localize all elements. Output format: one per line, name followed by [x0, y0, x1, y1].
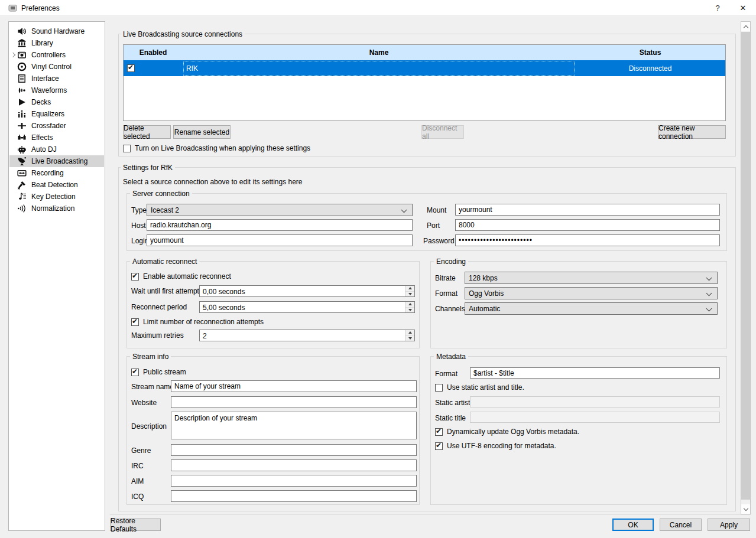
- limit-attempts-checkbox[interactable]: [131, 318, 139, 326]
- website-label: Website: [131, 399, 157, 407]
- password-label: Password: [423, 237, 455, 245]
- public-stream-checkbox[interactable]: [131, 369, 139, 376]
- scroll-down-icon[interactable]: [741, 504, 750, 514]
- sidebar-item-controllers[interactable]: Controllers: [9, 49, 104, 61]
- cassette-icon: [17, 168, 27, 178]
- cancel-button[interactable]: Cancel: [660, 519, 702, 531]
- port-input[interactable]: [455, 219, 720, 231]
- icq-input[interactable]: [171, 490, 417, 502]
- sidebar-item-library[interactable]: Library: [9, 37, 104, 49]
- source-connections-legend: Live Broadcasting source connections: [121, 30, 245, 38]
- sidebar-item-waveforms[interactable]: Waveforms: [9, 84, 104, 96]
- stream-name-input[interactable]: [171, 380, 417, 392]
- expand-chevron-icon[interactable]: [11, 53, 15, 57]
- login-input[interactable]: [147, 234, 413, 246]
- password-input[interactable]: [455, 234, 720, 246]
- mount-label: Mount: [427, 207, 446, 214]
- stream-info-legend: Stream info: [130, 353, 171, 361]
- genre-input[interactable]: [171, 444, 417, 456]
- col-header-status[interactable]: Status: [575, 45, 725, 60]
- sidebar-item-recording[interactable]: Recording: [9, 167, 104, 179]
- sidebar-item-equalizers[interactable]: Equalizers: [9, 108, 104, 120]
- bitrate-select[interactable]: 128 kbps: [465, 272, 718, 284]
- public-stream-label: Public stream: [143, 368, 186, 376]
- scroll-up-icon[interactable]: [741, 22, 750, 31]
- dynamic-metadata-checkbox[interactable]: [435, 428, 443, 436]
- footer-divider: [110, 514, 751, 515]
- host-input[interactable]: [147, 219, 413, 231]
- name-cell: RfK: [183, 60, 575, 76]
- metadata-format-input[interactable]: [470, 367, 720, 379]
- maximum-retries-spinner[interactable]: 2: [199, 330, 415, 341]
- sidebar-item-live-broadcasting[interactable]: Live Broadcasting: [9, 155, 104, 167]
- encoding-legend: Encoding: [434, 257, 468, 266]
- irc-input[interactable]: [171, 459, 417, 471]
- restore-defaults-button[interactable]: Restore Defaults: [110, 519, 161, 531]
- apply-button[interactable]: Apply: [708, 519, 750, 531]
- icq-label: ICQ: [131, 493, 144, 501]
- sidebar-item-effects[interactable]: Effects: [9, 132, 104, 144]
- crossfader-icon: [17, 121, 27, 131]
- metadata-format-label: Format: [435, 370, 458, 378]
- spin-down-icon[interactable]: [405, 335, 414, 341]
- automatic-reconnect-legend: Automatic reconnect: [130, 257, 199, 266]
- help-button[interactable]: ?: [711, 2, 724, 14]
- spin-up-icon[interactable]: [405, 286, 414, 291]
- static-title-input: [470, 412, 720, 423]
- reconnect-period-spinner[interactable]: 5,00 seconds: [199, 301, 415, 313]
- sidebar-item-vinyl-control[interactable]: Vinyl Control: [9, 61, 104, 73]
- controller-icon: [17, 50, 27, 60]
- bitrate-label: Bitrate: [435, 275, 456, 282]
- vertical-scrollbar[interactable]: [741, 21, 751, 514]
- app-icon: [8, 4, 17, 14]
- table-row[interactable]: RfK Disconnected: [124, 60, 725, 76]
- col-header-name[interactable]: Name: [183, 45, 575, 60]
- sidebar-item-interface[interactable]: Interface: [9, 73, 104, 84]
- limit-attempts-label: Limit number of reconnection attempts: [143, 318, 264, 326]
- format-select[interactable]: Ogg Vorbis: [465, 287, 718, 299]
- turn-on-broadcasting-label: Turn on Live Broadcasting when applying …: [135, 144, 310, 152]
- enable-reconnect-checkbox[interactable]: [131, 273, 139, 281]
- turn-on-broadcasting-checkbox[interactable]: [123, 145, 131, 152]
- equalizer-icon: [17, 109, 27, 119]
- website-input[interactable]: [171, 396, 417, 408]
- delete-selected-button[interactable]: Delete selected: [123, 125, 171, 139]
- description-textarea[interactable]: Description of your stream: [171, 412, 417, 439]
- enable-reconnect-row: Enable automatic reconnect: [131, 272, 231, 281]
- static-artist-title-checkbox[interactable]: [435, 384, 443, 392]
- spin-down-icon[interactable]: [405, 307, 414, 313]
- ok-button[interactable]: OK: [612, 519, 654, 531]
- enabled-checkbox[interactable]: [127, 64, 135, 72]
- create-new-connection-button[interactable]: Create new connection: [658, 125, 726, 139]
- channels-select[interactable]: Automatic: [465, 302, 718, 315]
- irc-label: IRC: [131, 462, 144, 470]
- aim-input[interactable]: [171, 475, 417, 487]
- sidebar-item-sound-hardware[interactable]: Sound Hardware: [9, 25, 104, 37]
- spin-buttons[interactable]: [405, 330, 414, 341]
- scrollbar-thumb[interactable]: [741, 32, 750, 500]
- settings-legend: Settings for RfK: [121, 164, 175, 172]
- disconnect-all-button: Disconnect all: [421, 125, 464, 139]
- sidebar-item-key-detection[interactable]: Key Detection: [9, 191, 104, 203]
- close-icon[interactable]: ✕: [736, 2, 749, 14]
- wait-first-attempt-spinner[interactable]: 0,00 seconds: [199, 285, 415, 297]
- sidebar-item-auto-dj[interactable]: Auto DJ: [9, 144, 104, 155]
- connections-table-header: Enabled Name Status: [124, 45, 725, 60]
- settings-hint: Select a source connection above to edit…: [123, 178, 303, 186]
- format-label: Format: [435, 290, 458, 298]
- reconnect-period-label: Reconnect period: [131, 304, 187, 311]
- mount-input[interactable]: [455, 204, 720, 216]
- sidebar-item-crossfader[interactable]: Crossfader: [9, 120, 104, 132]
- spin-buttons[interactable]: [405, 302, 414, 312]
- utf8-metadata-checkbox[interactable]: [435, 442, 443, 450]
- col-header-enabled[interactable]: Enabled: [124, 45, 183, 60]
- spin-up-icon[interactable]: [405, 330, 414, 335]
- sidebar-item-normalization[interactable]: Normalization: [9, 203, 104, 214]
- spin-down-icon[interactable]: [405, 291, 414, 297]
- sidebar-item-beat-detection[interactable]: Beat Detection: [9, 179, 104, 191]
- rename-selected-button[interactable]: Rename selected: [173, 125, 231, 139]
- spin-buttons[interactable]: [405, 286, 414, 296]
- type-select[interactable]: Icecast 2: [147, 204, 413, 216]
- spin-up-icon[interactable]: [405, 302, 414, 307]
- sidebar-item-decks[interactable]: Decks: [9, 96, 104, 108]
